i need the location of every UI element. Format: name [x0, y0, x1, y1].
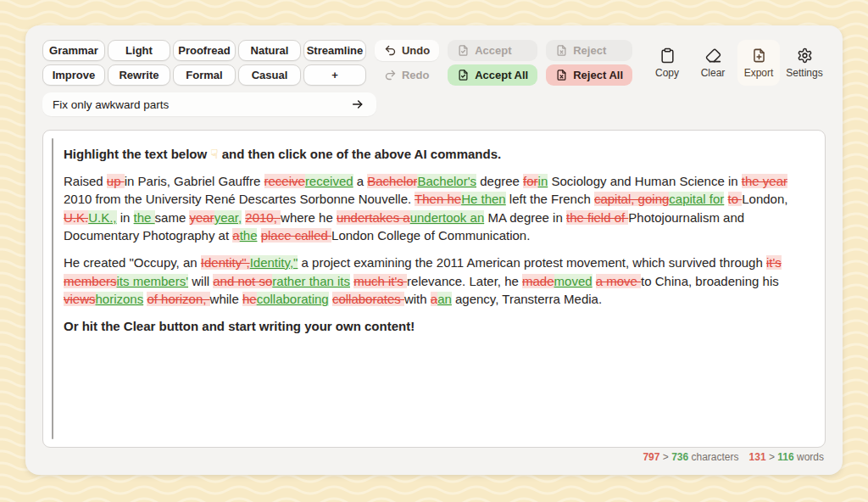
copy-button[interactable]: Copy: [646, 40, 688, 86]
deleted-text[interactable]: for: [523, 174, 538, 188]
gear-icon: [797, 47, 813, 64]
inserted-text[interactable]: collaborating: [257, 292, 329, 306]
inserted-text[interactable]: the: [134, 210, 155, 225]
word-count: 131 > 116 words: [749, 451, 824, 463]
command-button-streamline[interactable]: Streamline: [303, 40, 366, 61]
command-button-casual[interactable]: Casual: [238, 64, 301, 86]
words-before: 131: [749, 451, 766, 463]
inserted-text[interactable]: undertook an: [410, 210, 485, 225]
inserted-text[interactable]: in: [538, 174, 548, 188]
inserted-text[interactable]: its members': [117, 274, 189, 288]
deleted-text[interactable]: a: [431, 292, 437, 306]
plain-text: will: [188, 274, 213, 288]
undo-button[interactable]: Undo: [375, 40, 439, 61]
command-button-rewrite[interactable]: Rewrite: [108, 64, 170, 86]
deleted-text[interactable]: the year: [742, 174, 787, 188]
inserted-text[interactable]: Bachelor's: [417, 174, 476, 188]
plain-text: 2010 from the University René Descartes …: [64, 192, 415, 206]
inserted-text[interactable]: capital for: [669, 192, 724, 206]
inserted-text[interactable]: received: [305, 174, 353, 188]
accept-button[interactable]: Accept: [448, 40, 537, 61]
deleted-text[interactable]: undertakes a: [337, 210, 410, 225]
history-controls: Undo Redo: [375, 40, 439, 86]
plain-text: Raised: [64, 174, 107, 188]
plain-text: Or hit the Clear button and start writin…: [64, 319, 415, 333]
deleted-text[interactable]: 2010,: [245, 210, 281, 225]
export-button[interactable]: Export: [737, 40, 780, 86]
character-count: 797 > 736 characters: [643, 451, 738, 463]
deleted-text[interactable]: Identity",: [201, 255, 250, 270]
words-after: 116: [777, 451, 793, 463]
inserted-text[interactable]: an: [437, 292, 452, 306]
deleted-text[interactable]: collaborates: [332, 292, 404, 306]
command-button-proofread[interactable]: Proofread: [173, 40, 236, 61]
inserted-text[interactable]: horizons: [96, 292, 144, 306]
accept-all-button[interactable]: Accept All: [448, 64, 537, 86]
redo-button[interactable]: Redo: [375, 64, 439, 86]
inserted-text[interactable]: He then: [461, 192, 506, 206]
deleted-text[interactable]: the field of: [566, 210, 628, 225]
clear-button[interactable]: Clear: [692, 40, 734, 86]
arrow-right-icon: [351, 98, 364, 111]
words-separator: >: [769, 451, 775, 463]
plain-text: Highlight the text below: [64, 147, 210, 161]
plain-text: degree: [476, 174, 523, 188]
editor-paragraph: He created "Occupy, an Identity",Identit…: [64, 254, 806, 309]
file-check-icon: [457, 44, 470, 57]
prompt-submit-button[interactable]: [349, 96, 366, 113]
deleted-text[interactable]: Bachelor: [367, 174, 417, 188]
settings-button[interactable]: Settings: [783, 40, 826, 86]
command-button-[interactable]: +: [303, 64, 366, 86]
command-button-formal[interactable]: Formal: [173, 64, 236, 86]
deleted-text[interactable]: U.K.: [64, 210, 88, 225]
command-row-1: GrammarLightProofreadNaturalStreamline: [42, 40, 366, 61]
file-plus-icon: [751, 47, 767, 64]
deleted-text[interactable]: a move: [596, 274, 641, 288]
editor-paragraph: Or hit the Clear button and start writin…: [64, 317, 806, 336]
inserted-text[interactable]: year,: [214, 210, 242, 225]
eraser-icon: [705, 47, 721, 64]
editor-left-rule: [52, 138, 53, 439]
deleted-text[interactable]: place called: [261, 228, 331, 243]
plain-text: where he: [281, 210, 337, 225]
prompt-input[interactable]: [53, 98, 349, 111]
command-button-grammar[interactable]: Grammar: [42, 40, 105, 61]
command-button-improve[interactable]: Improve: [42, 64, 105, 86]
file-x-icon: [555, 44, 568, 57]
command-button-light[interactable]: Light: [108, 40, 170, 61]
ai-command-buttons: GrammarLightProofreadNaturalStreamline I…: [42, 40, 366, 86]
inserted-text[interactable]: Identity,": [250, 255, 298, 270]
undo-label: Undo: [402, 44, 430, 57]
plain-text: same: [155, 210, 190, 225]
settings-label: Settings: [786, 67, 822, 79]
deleted-text[interactable]: receive: [264, 174, 305, 188]
deleted-text[interactable]: to: [728, 192, 743, 206]
deleted-text[interactable]: year: [189, 210, 214, 225]
toolbar: GrammarLightProofreadNaturalStreamline I…: [42, 40, 826, 86]
deleted-text[interactable]: up: [107, 174, 125, 188]
plain-text: He created "Occupy, an: [64, 255, 201, 270]
plain-text: in Paris, Gabriel Gauffre: [125, 174, 264, 188]
deleted-text[interactable]: views: [64, 292, 96, 306]
clipboard-icon: [659, 47, 676, 64]
deleted-text[interactable]: he: [242, 292, 257, 306]
plain-text: to China, broadening his: [641, 274, 779, 288]
deleted-text[interactable]: of horizon,: [147, 292, 209, 306]
inserted-text[interactable]: moved: [554, 274, 593, 288]
file-x-icon: [555, 69, 568, 81]
command-button-natural[interactable]: Natural: [238, 40, 301, 61]
deleted-text[interactable]: a: [232, 228, 239, 243]
deleted-text[interactable]: much it's: [353, 274, 407, 288]
reject-all-button[interactable]: Reject All: [546, 64, 632, 86]
editor[interactable]: Highlight the text below ☟ and then clic…: [42, 130, 826, 448]
deleted-text[interactable]: capital, going: [594, 192, 669, 206]
reject-button[interactable]: Reject: [546, 40, 632, 61]
deleted-text[interactable]: made: [522, 274, 554, 288]
inserted-text[interactable]: rather than its: [272, 274, 350, 288]
utility-tools: Copy Clear Export Settings: [646, 40, 826, 86]
inserted-text[interactable]: U.K.,: [88, 210, 116, 225]
deleted-text[interactable]: Then he: [415, 192, 461, 206]
reject-controls: Reject Reject All: [546, 40, 632, 86]
inserted-text[interactable]: the: [240, 228, 258, 243]
deleted-text[interactable]: and not so: [213, 274, 272, 288]
